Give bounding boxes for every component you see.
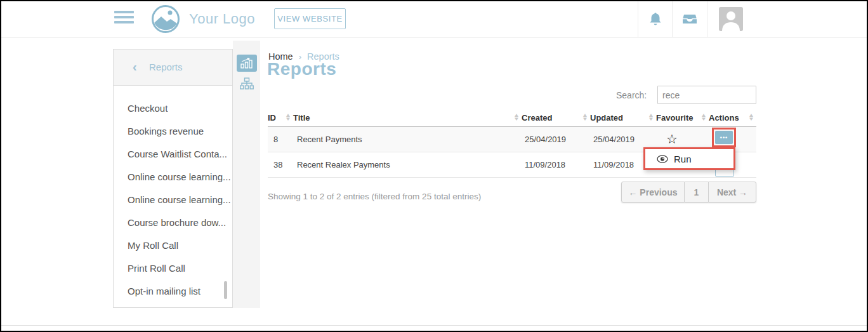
sidebar-scrollbar[interactable] xyxy=(224,281,227,299)
footer-divider xyxy=(1,325,867,326)
column-label: Title xyxy=(293,113,310,123)
column-label: Actions xyxy=(709,113,739,123)
sidebar-item-course-brochure[interactable]: Course brochure dow... xyxy=(114,211,232,234)
cell-title: Recent Payments xyxy=(293,126,522,152)
column-label: ID xyxy=(268,113,276,123)
chevron-left-icon[interactable]: ‹ xyxy=(133,60,137,74)
sidebar-item-opt-in-mailing[interactable]: Opt-in mailing list xyxy=(114,280,232,303)
logo-text: Your Logo xyxy=(189,11,255,27)
sidebar-item-bookings-revenue[interactable]: Bookings revenue xyxy=(114,120,232,143)
page-number-button[interactable]: 1 xyxy=(685,182,708,203)
sort-icon[interactable]: ▲▼ xyxy=(514,114,519,121)
sort-icon[interactable]: ▲▼ xyxy=(286,114,291,121)
column-label: Favourite xyxy=(656,113,694,123)
sort-icon[interactable]: ▲▼ xyxy=(648,114,654,121)
view-website-button[interactable]: VIEW WEBSITE xyxy=(274,8,346,29)
reports-chart-button[interactable] xyxy=(237,55,257,72)
annotation-highlight-box: ••• xyxy=(712,128,736,147)
eye-icon xyxy=(657,155,668,163)
next-page-button[interactable]: Next → xyxy=(708,182,756,203)
search-input[interactable] xyxy=(657,86,756,104)
sidebar-item-online-course-2[interactable]: Online course learning... xyxy=(114,189,232,211)
sort-icon[interactable]: ▲▼ xyxy=(701,114,706,121)
cell-id: 38 xyxy=(268,152,293,177)
sitemap-icon xyxy=(240,77,254,90)
sitemap-button[interactable] xyxy=(240,77,254,93)
page: Your Logo VIEW WEBSITE xyxy=(0,0,868,332)
pagination: ← Previous 1 Next → xyxy=(621,182,756,203)
module-icon-strip xyxy=(233,41,260,308)
cell-title: Recent Realex Payments xyxy=(293,152,522,177)
top-header: Your Logo VIEW WEBSITE xyxy=(1,1,867,37)
sort-icon[interactable]: ▲▼ xyxy=(749,114,754,121)
sidebar-item-my-roll-call[interactable]: My Roll Call xyxy=(114,234,232,257)
column-label: Updated xyxy=(590,113,623,123)
column-header-updated[interactable]: Updated▲▼ xyxy=(590,109,656,126)
sidebar-item-online-course-1[interactable]: Online course learning... xyxy=(114,166,232,189)
notifications-button[interactable] xyxy=(638,1,673,37)
sidebar-header[interactable]: ‹ Reports xyxy=(114,50,232,86)
table-header-row: ID▲▼ Title▲▼ Created▲▼ Updated▲▼ Favouri… xyxy=(268,109,756,126)
column-header-actions[interactable]: Actions▲▼ xyxy=(709,109,756,126)
reports-sidebar: ‹ Reports Checkout Bookings revenue Cour… xyxy=(113,49,233,308)
search-label: Search: xyxy=(616,90,647,100)
row-actions-button[interactable]: ••• xyxy=(715,131,733,144)
bell-icon xyxy=(649,12,662,26)
sidebar-item-checkout[interactable]: Checkout xyxy=(114,97,232,120)
favourite-star-icon[interactable]: ☆ xyxy=(656,131,678,147)
logo-image-icon xyxy=(151,4,180,34)
logo[interactable]: Your Logo xyxy=(151,4,255,34)
user-avatar[interactable] xyxy=(719,7,743,31)
cell-created: 25/04/2019 xyxy=(522,126,590,152)
column-header-title[interactable]: Title▲▼ xyxy=(293,109,522,126)
column-header-id[interactable]: ID▲▼ xyxy=(268,109,293,126)
column-header-created[interactable]: Created▲▼ xyxy=(522,109,590,126)
previous-page-button[interactable]: ← Previous xyxy=(621,182,685,203)
page-title: Reports xyxy=(267,59,336,79)
run-menu-item[interactable]: Run xyxy=(674,154,692,164)
cell-id: 8 xyxy=(268,126,293,152)
sidebar-item-course-waitlist[interactable]: Course Waitlist Conta... xyxy=(114,143,232,166)
column-label: Created xyxy=(522,113,552,123)
column-header-favourite[interactable]: Favourite▲▼ xyxy=(656,109,709,126)
inbox-icon xyxy=(682,13,697,25)
cell-created: 11/09/2018 xyxy=(522,152,590,177)
hamburger-menu-icon[interactable] xyxy=(114,11,134,27)
sidebar-title: Reports xyxy=(149,62,183,72)
sort-icon[interactable]: ▲▼ xyxy=(582,114,588,121)
inbox-button[interactable] xyxy=(673,1,707,37)
bar-chart-icon xyxy=(240,58,253,69)
actions-dropdown-menu[interactable]: Run xyxy=(643,147,735,170)
sidebar-item-list: Checkout Bookings revenue Course Waitlis… xyxy=(114,86,232,303)
sidebar-item-print-roll-call[interactable]: Print Roll Call xyxy=(114,257,232,280)
table-info: Showing 1 to 2 of 2 entries (filtered fr… xyxy=(268,192,481,201)
